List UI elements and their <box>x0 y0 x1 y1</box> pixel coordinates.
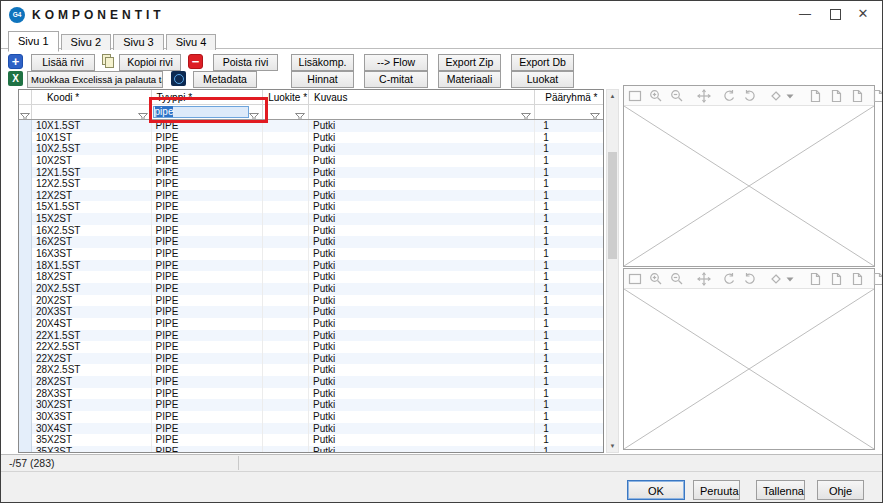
table-row[interactable]: 28X2.5STPIPEPutki1 <box>19 364 603 376</box>
snap-icon[interactable] <box>769 89 783 103</box>
table-row[interactable]: 28X2STPIPEPutki1 <box>19 376 603 388</box>
paste-3-icon[interactable] <box>850 89 864 103</box>
filter-cell-koodi[interactable] <box>32 105 152 119</box>
filter-icon[interactable] <box>590 108 600 117</box>
edit-in-excel-button[interactable]: Muokkaa Excelissä ja palauta takaisin <box>27 71 163 88</box>
table-row[interactable]: 12X1.5STPIPEPutki1 <box>19 167 603 179</box>
pan-icon[interactable] <box>697 89 711 103</box>
paste-4-icon[interactable] <box>871 89 883 103</box>
tab-sivu-3[interactable]: Sivu 3 <box>113 34 164 50</box>
help-button[interactable]: Ohje <box>817 480 864 500</box>
remove-icon[interactable]: − <box>188 54 203 69</box>
material-button[interactable]: Materiaali <box>438 71 501 88</box>
scroll-up-icon[interactable]: ▲ <box>607 90 618 102</box>
table-row[interactable]: 35X3STPIPEPutki1 <box>19 446 603 452</box>
table-row[interactable]: 22X1.5STPIPEPutki1 <box>19 330 603 342</box>
column-header-kuvaus[interactable]: Kuvaus <box>309 90 535 105</box>
tab-sivu-2[interactable]: Sivu 2 <box>61 34 112 50</box>
filter-cell-luokite[interactable] <box>263 105 309 119</box>
filter-icon[interactable] <box>138 108 148 117</box>
paste-1-icon[interactable] <box>808 272 822 286</box>
zoom-in-icon[interactable] <box>649 272 663 286</box>
table-row[interactable]: 30X3STPIPEPutki1 <box>19 411 603 423</box>
rotate-ccw-icon[interactable] <box>722 272 736 286</box>
zoom-out-icon[interactable] <box>670 272 684 286</box>
grid-vertical-scrollbar[interactable]: ▲ ▼ <box>606 89 619 453</box>
pan-icon[interactable] <box>697 272 711 286</box>
marquee-icon[interactable] <box>628 89 642 103</box>
cmitat-button[interactable]: C-mitat <box>364 71 428 88</box>
rotate-cw-icon[interactable] <box>743 272 757 286</box>
cancel-button[interactable]: Peruuta <box>693 480 740 500</box>
table-row[interactable]: 18X2STPIPEPutki1 <box>19 271 603 283</box>
table-row[interactable]: 10X2STPIPEPutki1 <box>19 155 603 167</box>
copy-row-button[interactable]: Kopioi rivi <box>119 54 181 71</box>
tab-sivu-4[interactable]: Sivu 4 <box>166 34 217 50</box>
table-row[interactable]: 20X2.5STPIPEPutki1 <box>19 283 603 295</box>
table-row[interactable]: 10X1.5STPIPEPutki1 <box>19 120 603 132</box>
column-header-paaryhma[interactable]: Pääryhmä * <box>535 90 603 105</box>
paste-3-icon[interactable] <box>850 272 864 286</box>
column-header-tyyppi[interactable]: Tyyppi * <box>152 90 264 105</box>
prices-button[interactable]: Hinnat <box>291 71 354 88</box>
filter-icon[interactable] <box>295 108 305 117</box>
table-row[interactable]: 12X2.5STPIPEPutki1 <box>19 178 603 190</box>
maximize-button[interactable] <box>820 1 850 27</box>
table-row[interactable]: 30X2STPIPEPutki1 <box>19 399 603 411</box>
zoom-in-icon[interactable] <box>649 89 663 103</box>
table-row[interactable]: 35X2STPIPEPutki1 <box>19 434 603 446</box>
lisakomp-button[interactable]: Lisäkomp. <box>291 54 354 71</box>
table-row[interactable]: 10X1STPIPEPutki1 <box>19 132 603 144</box>
close-button[interactable]: ✕ <box>848 1 878 27</box>
table-row[interactable]: 20X3STPIPEPutki1 <box>19 306 603 318</box>
table-row[interactable]: 12X2STPIPEPutki1 <box>19 190 603 202</box>
delete-row-button[interactable]: Poista rivi <box>213 54 278 71</box>
excel-icon[interactable]: X <box>8 71 23 86</box>
table-row[interactable]: 15X1.5STPIPEPutki1 <box>19 201 603 213</box>
export-zip-button[interactable]: Export Zip <box>438 54 501 71</box>
filter-icon[interactable] <box>20 108 30 117</box>
filter-icon[interactable] <box>521 108 531 117</box>
rotate-cw-icon[interactable] <box>743 89 757 103</box>
table-row[interactable]: 22X2.5STPIPEPutki1 <box>19 341 603 353</box>
filter-cell-tyyppi[interactable]: pipe <box>152 105 264 119</box>
table-row[interactable]: 20X4STPIPEPutki1 <box>19 318 603 330</box>
paste-1-icon[interactable] <box>808 89 822 103</box>
snap-icon[interactable] <box>769 272 783 286</box>
column-header-luokite[interactable]: Luokite * <box>263 90 309 105</box>
table-row[interactable]: 10X2.5STPIPEPutki1 <box>19 143 603 155</box>
metadata-icon[interactable] <box>171 71 186 86</box>
table-row[interactable]: 28X3STPIPEPutki1 <box>19 388 603 400</box>
export-db-button[interactable]: Export Db <box>511 54 574 71</box>
ok-button[interactable]: OK <box>627 480 685 500</box>
filter-icon[interactable] <box>249 108 259 117</box>
table-row[interactable]: 16X3STPIPEPutki1 <box>19 248 603 260</box>
save-button[interactable]: Tallenna <box>756 480 805 500</box>
filter-cell-kuvaus[interactable] <box>309 105 535 119</box>
add-icon[interactable]: + <box>8 54 23 69</box>
minimize-button[interactable]: — <box>790 1 820 27</box>
table-row[interactable]: 16X2.5STPIPEPutki1 <box>19 225 603 237</box>
filter-cell-indicator[interactable] <box>19 105 32 119</box>
paste-4-icon[interactable] <box>871 272 883 286</box>
paste-2-icon[interactable] <box>829 89 843 103</box>
caret-down-icon[interactable] <box>785 89 795 103</box>
scroll-down-icon[interactable]: ▼ <box>607 440 618 452</box>
table-row[interactable]: 16X2STPIPEPutki1 <box>19 236 603 248</box>
column-header-koodi[interactable]: Koodi * <box>32 90 152 105</box>
tab-sivu-1[interactable]: Sivu 1 <box>8 31 59 52</box>
classes-button[interactable]: Luokat <box>511 71 574 88</box>
table-row[interactable]: 15X2STPIPEPutki1 <box>19 213 603 225</box>
scrollbar-thumb[interactable] <box>608 152 617 259</box>
filter-cell-paaryhma[interactable] <box>535 105 603 119</box>
rotate-ccw-icon[interactable] <box>722 89 736 103</box>
to-flow-button[interactable]: --> Flow <box>364 54 428 71</box>
add-row-button[interactable]: Lisää rivi <box>31 54 95 71</box>
table-row[interactable]: 30X4STPIPEPutki1 <box>19 423 603 435</box>
table-row[interactable]: 20X2STPIPEPutki1 <box>19 295 603 307</box>
tyyppi-filter-input[interactable]: pipe <box>153 106 250 118</box>
table-row[interactable]: 22X2STPIPEPutki1 <box>19 353 603 365</box>
paste-2-icon[interactable] <box>829 272 843 286</box>
marquee-icon[interactable] <box>628 272 642 286</box>
caret-down-icon[interactable] <box>785 272 795 286</box>
